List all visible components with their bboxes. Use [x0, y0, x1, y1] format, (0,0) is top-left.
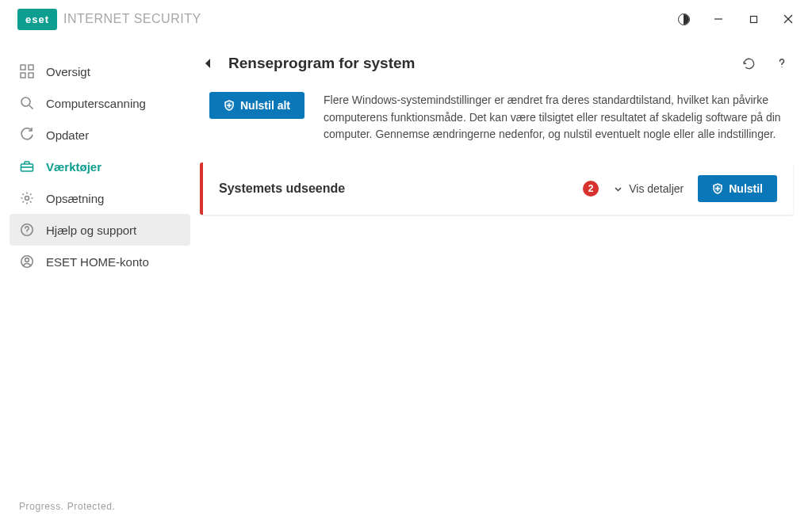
settings-card-system-appearance: Systemets udseende 2 Vis detaljer Nulsti… — [200, 162, 793, 215]
sidebar-item-label: Hjælp og support — [46, 223, 136, 237]
shield-icon — [224, 100, 235, 111]
sidebar-item-label: Opdater — [46, 128, 89, 142]
svg-rect-7 — [29, 73, 33, 78]
sidebar-item-tools[interactable]: Værktøjer — [10, 151, 190, 182]
app-logo: eset INTERNET SECURITY — [17, 9, 201, 30]
maximize-icon — [749, 15, 758, 24]
reset-card-button[interactable]: Nulstil — [698, 175, 777, 202]
header-actions — [737, 52, 793, 74]
footer-tagline: Progress. Protected. — [10, 501, 190, 531]
sidebar-item-label: Opsætning — [46, 192, 104, 205]
sidebar-item-update[interactable]: Opdater — [10, 119, 190, 151]
main-layout: Oversigt Computerscanning Opdater Værktø… — [0, 38, 812, 531]
gear-icon — [19, 190, 35, 206]
sidebar-item-label: Computerscanning — [46, 97, 146, 110]
svg-point-16 — [25, 258, 29, 262]
minimize-button[interactable] — [701, 3, 736, 35]
sidebar: Oversigt Computerscanning Opdater Værktø… — [0, 38, 200, 531]
sidebar-item-setup[interactable]: Opsætning — [10, 182, 190, 214]
chevron-left-icon — [204, 58, 213, 69]
sidebar-item-label: ESET HOME-konto — [46, 255, 149, 269]
minimize-icon — [714, 14, 723, 24]
svg-point-18 — [781, 67, 782, 67]
sidebar-item-overview[interactable]: Oversigt — [10, 55, 190, 87]
shield-icon — [712, 183, 723, 194]
svg-point-14 — [26, 232, 27, 233]
sidebar-item-label: Oversigt — [46, 65, 90, 78]
contrast-icon — [678, 13, 690, 25]
svg-rect-1 — [750, 16, 756, 22]
back-button[interactable] — [200, 55, 217, 72]
intro-text: Flere Windows-systemindstillinger er ænd… — [324, 92, 793, 143]
close-icon — [783, 14, 793, 24]
show-details-button[interactable]: Vis detaljer — [613, 182, 684, 195]
svg-line-9 — [29, 105, 33, 109]
titlebar: eset INTERNET SECURITY — [0, 0, 812, 38]
button-label: Nulstil alt — [240, 99, 290, 112]
product-name: INTERNET SECURITY — [63, 12, 201, 26]
svg-point-8 — [21, 97, 30, 106]
reset-all-button[interactable]: Nulstil alt — [209, 92, 304, 119]
search-icon — [19, 95, 35, 111]
toolbox-icon — [19, 159, 35, 174]
content-header: Renseprogram for system — [200, 52, 793, 92]
refresh-icon — [742, 57, 756, 71]
content-area: Renseprogram for system Nulstil alt Fler… — [200, 38, 812, 531]
help-icon — [19, 222, 35, 238]
svg-marker-17 — [205, 59, 210, 68]
question-icon — [776, 57, 788, 70]
eset-badge: eset — [17, 9, 57, 30]
svg-rect-4 — [21, 65, 25, 70]
chevron-down-icon — [613, 184, 622, 193]
button-label: Nulstil — [729, 182, 763, 195]
window-controls — [666, 3, 806, 35]
card-title: Systemets udseende — [219, 181, 345, 196]
maximize-button[interactable] — [736, 3, 771, 35]
contrast-toggle-button[interactable] — [666, 3, 701, 35]
details-label: Vis detaljer — [629, 182, 684, 195]
sidebar-item-label: Værktøjer — [46, 160, 102, 174]
sidebar-item-scan[interactable]: Computerscanning — [10, 87, 190, 119]
svg-point-12 — [25, 197, 29, 201]
refresh-page-button[interactable] — [737, 52, 760, 74]
intro-row: Nulstil alt Flere Windows-systemindstill… — [200, 92, 793, 162]
dashboard-icon — [19, 63, 35, 79]
sidebar-item-account[interactable]: ESET HOME-konto — [10, 246, 190, 277]
refresh-icon — [19, 127, 35, 143]
page-title: Renseprogram for system — [228, 55, 415, 72]
close-button[interactable] — [771, 3, 806, 35]
sidebar-item-help[interactable]: Hjælp og support — [10, 214, 190, 246]
help-page-button[interactable] — [771, 52, 793, 74]
svg-rect-6 — [21, 73, 25, 78]
change-count-badge: 2 — [583, 181, 599, 197]
user-icon — [19, 254, 35, 269]
svg-rect-5 — [29, 65, 33, 70]
